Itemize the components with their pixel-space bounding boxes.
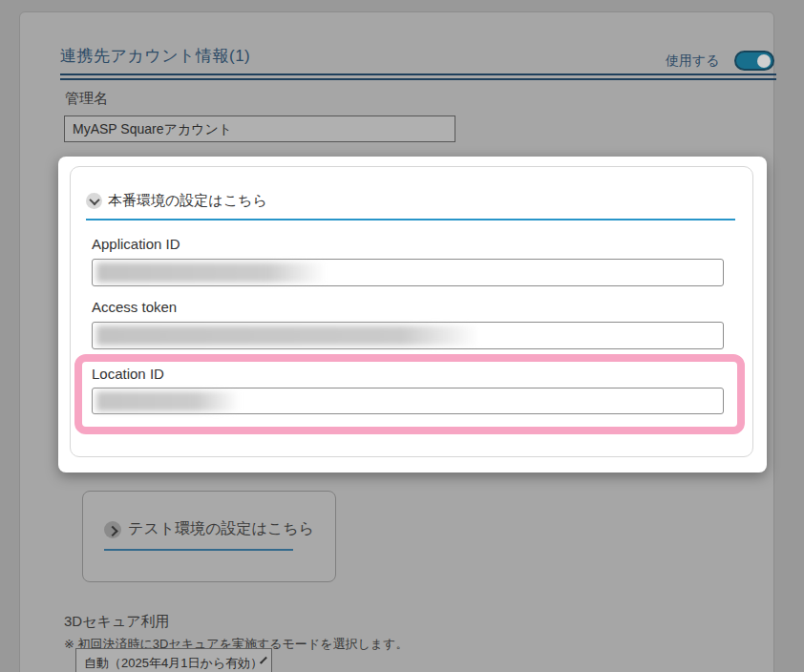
production-environment-title: 本番環境の設定はこちら xyxy=(108,192,267,210)
location-id-label: Location ID xyxy=(92,366,164,382)
header-divider xyxy=(60,74,776,80)
use-toggle-label: 使用する xyxy=(666,52,720,70)
location-id-input[interactable] xyxy=(92,388,724,414)
redacted-value-blur xyxy=(96,391,240,411)
redacted-value-blur xyxy=(96,262,326,283)
access-token-input[interactable] xyxy=(92,322,724,349)
admin-name-input[interactable]: MyASP Squareアカウント xyxy=(64,116,455,142)
access-token-label: Access token xyxy=(92,299,177,315)
test-environment-underline xyxy=(104,549,293,551)
secure3d-label: 3Dセキュア利用 xyxy=(64,613,170,631)
test-environment-title: テスト環境の設定はこちら xyxy=(128,519,314,539)
toggle-knob-icon xyxy=(757,54,771,68)
secure3d-select[interactable]: 自動（2025年4月1日から有効） xyxy=(75,648,272,672)
production-environment-section: 本番環境の設定はこちら Application ID Access token … xyxy=(70,166,753,457)
location-id-highlight: Location ID xyxy=(74,354,745,434)
test-environment-section: テスト環境の設定はこちら xyxy=(82,491,336,582)
chevron-right-icon xyxy=(104,521,121,538)
spotlight-panel: 本番環境の設定はこちら Application ID Access token … xyxy=(58,157,767,472)
secure3d-selected-option: 自動（2025年4月1日から有効） xyxy=(84,655,263,672)
use-toggle[interactable] xyxy=(734,51,774,71)
application-id-input[interactable] xyxy=(92,259,724,286)
admin-name-label: 管理名 xyxy=(65,90,108,108)
test-environment-toggle[interactable]: テスト環境の設定はこちら xyxy=(104,519,314,539)
production-environment-toggle[interactable]: 本番環境の設定はこちら xyxy=(86,192,267,210)
redacted-value-blur xyxy=(96,326,478,346)
page-title: 連携先アカウント情報(1) xyxy=(60,45,250,67)
chevron-down-icon xyxy=(86,193,102,209)
production-environment-underline xyxy=(86,219,735,220)
application-id-label: Application ID xyxy=(92,236,180,252)
